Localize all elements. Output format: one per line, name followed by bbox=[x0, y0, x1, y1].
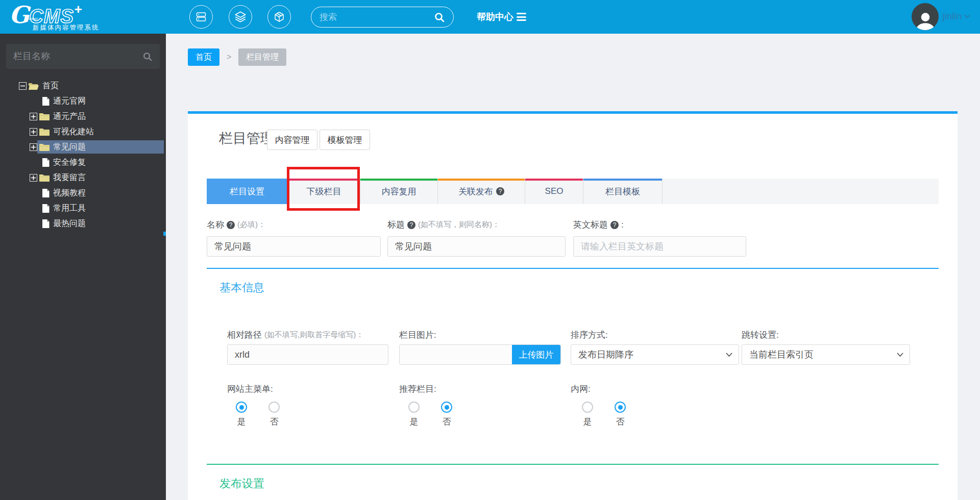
expand-icon[interactable] bbox=[30, 128, 37, 136]
breadcrumb-current: 栏目管理 bbox=[238, 48, 286, 66]
tree-label: 我要留言 bbox=[53, 172, 86, 183]
user-menu[interactable]: jinlin bbox=[942, 11, 970, 22]
radio-no[interactable]: 否 bbox=[614, 402, 627, 428]
tree-label: 通元官网 bbox=[53, 96, 86, 107]
expand-icon[interactable] bbox=[30, 143, 37, 151]
logo-plus: + bbox=[75, 2, 82, 17]
tree-label: 首页 bbox=[42, 81, 59, 91]
tab-bar-filler bbox=[662, 179, 939, 204]
tree-item[interactable]: 通元官网 bbox=[0, 93, 166, 109]
logo-power-text: power bbox=[27, 16, 38, 21]
content-manage-button[interactable]: 内容管理 bbox=[267, 130, 317, 150]
page-title: 栏目管理 bbox=[219, 129, 274, 147]
radio-yes[interactable]: 是 bbox=[581, 402, 594, 428]
help-icon[interactable]: ? bbox=[407, 221, 415, 229]
search-icon[interactable] bbox=[142, 52, 153, 62]
folder-icon bbox=[39, 113, 50, 120]
document-icon bbox=[42, 189, 50, 197]
template-manage-button[interactable]: 模板管理 bbox=[320, 130, 370, 150]
name-label: 名称?(必填)： bbox=[207, 219, 265, 231]
tree-item[interactable]: 视频教程 bbox=[0, 185, 166, 201]
section-divider bbox=[207, 464, 939, 465]
annotation-highlight-box bbox=[287, 167, 360, 211]
chevron-down-icon bbox=[897, 353, 903, 357]
document-icon bbox=[42, 97, 50, 106]
tree-item-selected[interactable]: 常见问题 bbox=[0, 139, 166, 155]
recommend-radios: 是 否 bbox=[407, 402, 453, 428]
upload-image-button[interactable]: 上传图片 bbox=[512, 345, 560, 364]
tab-column-settings[interactable]: 栏目设置 bbox=[207, 179, 287, 204]
english-title-input[interactable] bbox=[573, 236, 746, 257]
folder-icon bbox=[39, 128, 50, 136]
radio-no[interactable]: 否 bbox=[267, 402, 281, 428]
tree-item[interactable]: 常用工具 bbox=[0, 201, 166, 216]
folder-open-icon bbox=[29, 82, 39, 90]
sidebar-search bbox=[6, 44, 160, 69]
column-image-input[interactable]: 上传图片 bbox=[399, 344, 561, 365]
radio-selected-icon bbox=[236, 402, 247, 413]
tree-label: 通元产品 bbox=[53, 111, 86, 122]
sidebar-scroll-handle[interactable] bbox=[163, 232, 166, 236]
main-menu-label: 网站主菜单: bbox=[227, 383, 273, 395]
sort-mode-label: 排序方式: bbox=[571, 329, 608, 341]
sort-mode-select[interactable]: 发布日期降序 bbox=[571, 344, 739, 365]
breadcrumb-home[interactable]: 首页 bbox=[188, 48, 219, 66]
storage-icon[interactable] bbox=[189, 5, 213, 29]
name-input[interactable] bbox=[207, 236, 381, 257]
tree-item[interactable]: 我要留言 bbox=[0, 170, 166, 185]
avatar[interactable] bbox=[912, 3, 939, 30]
expand-icon[interactable] bbox=[30, 113, 37, 120]
help-icon[interactable]: ? bbox=[227, 221, 235, 229]
tree-item[interactable]: 通元产品 bbox=[0, 109, 166, 124]
tree-item[interactable]: 最热问题 bbox=[0, 216, 166, 231]
radio-selected-icon bbox=[441, 402, 452, 413]
tree-item-home[interactable]: 首页 bbox=[0, 78, 166, 93]
tab-accent bbox=[583, 179, 662, 181]
relative-path-label: 相对路径(如不填写,则取首字母缩写)： bbox=[227, 329, 363, 341]
relative-path-input[interactable] bbox=[227, 344, 388, 365]
tree-label: 常用工具 bbox=[53, 203, 86, 214]
main-menu-radios: 是 否 bbox=[235, 402, 281, 428]
intranet-label: 内网: bbox=[571, 383, 591, 395]
radio-unselected-icon bbox=[268, 402, 280, 413]
breadcrumb: 首页 > 栏目管理 bbox=[188, 48, 286, 66]
expand-icon[interactable] bbox=[30, 174, 37, 182]
cube-icon[interactable] bbox=[267, 5, 291, 29]
menu-icon[interactable] bbox=[517, 13, 526, 23]
tab-accent bbox=[525, 179, 583, 181]
column-image-label: 栏目图片: bbox=[399, 329, 436, 341]
tab-seo[interactable]: SEO bbox=[525, 179, 583, 204]
radio-unselected-icon bbox=[582, 402, 593, 413]
tab-column-template[interactable]: 栏目模板 bbox=[583, 179, 662, 204]
topbar: GCMS+ power 新媒体内容管理系统 帮助中心 jinlin bbox=[0, 0, 980, 34]
radio-yes[interactable]: 是 bbox=[235, 402, 248, 428]
chevron-down-icon bbox=[964, 14, 970, 18]
logo-subtitle: 新媒体内容管理系统 bbox=[33, 23, 100, 32]
jump-setting-select[interactable]: 当前栏目索引页 bbox=[742, 344, 910, 365]
help-icon[interactable]: ? bbox=[496, 187, 504, 195]
title-input[interactable] bbox=[387, 236, 566, 257]
category-tree: 首页 通元官网 通元产品 可视化建站 常见问题 安全修复 bbox=[0, 78, 166, 231]
chevron-down-icon bbox=[726, 353, 732, 357]
tab-related-publish[interactable]: 关联发布 ? bbox=[437, 179, 525, 204]
folder-icon bbox=[39, 143, 50, 151]
layers-icon[interactable] bbox=[229, 5, 252, 29]
collapse-icon[interactable] bbox=[19, 82, 27, 90]
logo-g: G bbox=[9, 1, 29, 29]
help-icon[interactable]: ? bbox=[610, 221, 619, 229]
tab-content-reuse[interactable]: 内容复用 bbox=[360, 179, 437, 204]
intranet-radios: 是 否 bbox=[581, 402, 627, 428]
tree-item[interactable]: 可视化建站 bbox=[0, 124, 166, 139]
tree-label: 安全修复 bbox=[53, 157, 86, 168]
help-center-link[interactable]: 帮助中心 bbox=[477, 11, 513, 23]
radio-yes[interactable]: 是 bbox=[407, 402, 421, 428]
global-search-input[interactable] bbox=[320, 12, 434, 22]
sidebar-search-input[interactable] bbox=[13, 51, 142, 62]
tree-item[interactable]: 安全修复 bbox=[0, 155, 166, 170]
radio-no[interactable]: 否 bbox=[440, 402, 453, 428]
global-search bbox=[311, 7, 454, 28]
recommend-label: 推荐栏目: bbox=[399, 383, 436, 395]
tab-accent bbox=[360, 179, 437, 181]
search-icon[interactable] bbox=[434, 12, 445, 23]
document-icon bbox=[42, 219, 50, 228]
